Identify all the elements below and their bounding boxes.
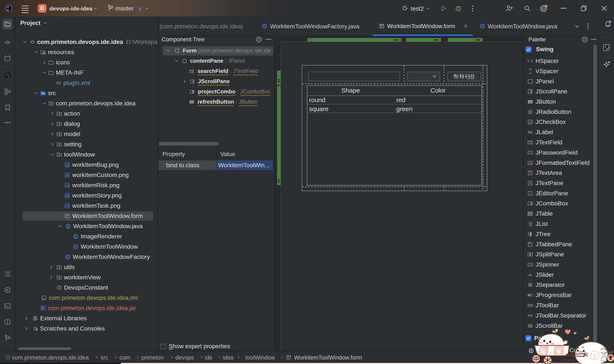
svg-text:OK: OK [190, 101, 193, 103]
svg-text:OK: OK [529, 101, 532, 103]
svg-text:Ab: Ab [529, 162, 532, 164]
svg-text:A: A [529, 192, 531, 195]
svg-text:1: 1 [529, 264, 530, 266]
svg-text:A: A [529, 182, 531, 185]
svg-text:Ab: Ab [528, 130, 533, 134]
